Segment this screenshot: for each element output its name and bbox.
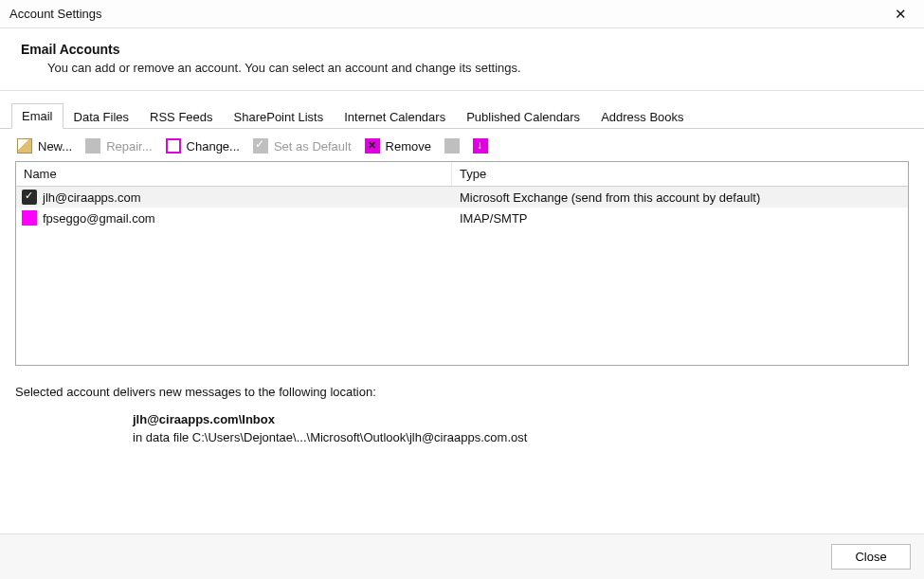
- check-icon: [253, 138, 268, 154]
- column-header-name[interactable]: Name: [16, 162, 452, 186]
- repair-label: Repair...: [106, 139, 152, 154]
- list-body: jlh@ciraapps.com Microsoft Exchange (sen…: [16, 187, 908, 228]
- default-account-icon: [22, 190, 37, 205]
- header-subtitle: You can add or remove an account. You ca…: [47, 61, 903, 75]
- tab-strip: Email Data Files RSS Feeds SharePoint Li…: [0, 91, 924, 129]
- list-header: Name Type: [16, 162, 908, 187]
- new-button[interactable]: New...: [17, 138, 72, 154]
- close-button[interactable]: Close: [831, 544, 911, 570]
- toolbar: New... Repair... Change... Set as Defaul…: [0, 129, 924, 161]
- move-up-button[interactable]: [444, 138, 460, 154]
- titlebar: Account Settings ✕: [0, 0, 924, 28]
- account-type: IMAP/SMTP: [452, 211, 908, 226]
- tab-data-files[interactable]: Data Files: [63, 104, 140, 129]
- header-title: Email Accounts: [21, 42, 903, 57]
- tab-email[interactable]: Email: [11, 103, 63, 129]
- set-default-label: Set as Default: [274, 139, 352, 154]
- account-row[interactable]: fpseggo@gmail.com IMAP/SMTP: [16, 208, 908, 228]
- column-header-type[interactable]: Type: [452, 162, 908, 186]
- account-name-cell: fpseggo@gmail.com: [16, 210, 452, 226]
- delivery-info: Selected account delivers new messages t…: [0, 366, 924, 444]
- remove-label: Remove: [386, 139, 431, 154]
- change-icon: [166, 138, 181, 154]
- tab-rss-feeds[interactable]: RSS Feeds: [139, 104, 223, 129]
- remove-icon: [365, 138, 380, 154]
- tab-published-calendars[interactable]: Published Calendars: [456, 104, 590, 129]
- change-label: Change...: [187, 139, 240, 154]
- account-name: fpseggo@gmail.com: [43, 211, 155, 226]
- header-block: Email Accounts You can add or remove an …: [0, 28, 924, 90]
- delivery-path: in data file C:\Users\Dejontae\...\Micro…: [133, 430, 909, 444]
- dialog-title: Account Settings: [9, 7, 102, 21]
- new-icon: [17, 138, 32, 154]
- down-arrow-icon: [473, 138, 488, 154]
- account-settings-dialog: Account Settings ✕ Email Accounts You ca…: [0, 0, 924, 579]
- remove-button[interactable]: Remove: [365, 138, 431, 154]
- accounts-list: Name Type jlh@ciraapps.com Microsoft Exc…: [15, 161, 909, 366]
- tab-address-books[interactable]: Address Books: [590, 104, 694, 129]
- repair-icon: [85, 138, 100, 154]
- account-name-cell: jlh@ciraapps.com: [16, 190, 452, 205]
- close-icon[interactable]: ✕: [886, 0, 915, 28]
- delivery-folder: jlh@ciraapps.com\Inbox: [133, 412, 909, 426]
- delivery-intro: Selected account delivers new messages t…: [15, 385, 909, 399]
- tab-sharepoint-lists[interactable]: SharePoint Lists: [224, 104, 335, 129]
- account-type: Microsoft Exchange (send from this accou…: [452, 190, 908, 205]
- change-button[interactable]: Change...: [166, 138, 240, 154]
- repair-button[interactable]: Repair...: [85, 138, 152, 154]
- move-down-button[interactable]: [473, 138, 488, 154]
- new-label: New...: [38, 139, 72, 154]
- account-row[interactable]: jlh@ciraapps.com Microsoft Exchange (sen…: [16, 187, 908, 208]
- set-default-button[interactable]: Set as Default: [253, 138, 352, 154]
- account-icon: [22, 210, 37, 226]
- tab-internet-calendars[interactable]: Internet Calendars: [334, 104, 456, 129]
- dialog-footer: Close: [0, 534, 924, 579]
- up-arrow-icon: [444, 138, 460, 154]
- account-name: jlh@ciraapps.com: [43, 190, 141, 205]
